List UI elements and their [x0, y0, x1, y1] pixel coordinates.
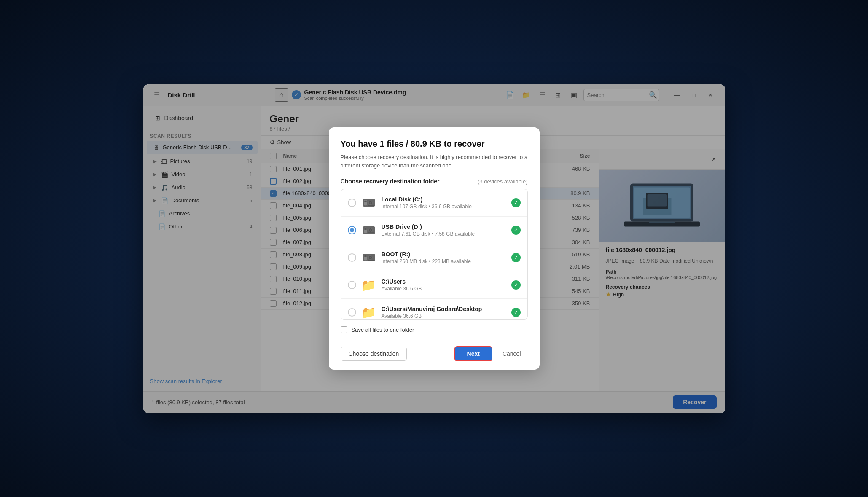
dest-name-usb-drive: USB Drive (D:): [382, 223, 506, 230]
dest-info-cdesktop: C:\Users\Manuviraj Godara\Desktop Availa…: [382, 306, 506, 319]
destination-list: Local Disk (C:) Internal 107 GB disk • 3…: [341, 189, 528, 320]
modal-title: You have 1 files / 80.9 KB to recover: [341, 139, 528, 149]
svg-rect-13: [368, 205, 374, 206]
next-button[interactable]: Next: [454, 346, 492, 361]
dest-detail-local-disk: Internal 107 GB disk • 36.6 GB available: [382, 204, 506, 210]
dest-name-cusers: C:\Users: [382, 278, 506, 285]
svg-point-18: [369, 229, 371, 231]
devices-available-label: (3 devices available): [478, 178, 528, 185]
modal-description: Please choose recovery destination. It i…: [341, 153, 528, 169]
svg-point-24: [369, 257, 371, 258]
folder-icon-cusers: 📁: [361, 277, 376, 293]
radio-local-disk[interactable]: [348, 199, 356, 207]
dest-info-cusers: C:\Users Available 36.6 GB: [382, 278, 506, 292]
svg-rect-10: [364, 201, 366, 202]
dest-ok-local-disk: ✓: [511, 198, 521, 207]
dest-name-boot-drive: BOOT (R:): [382, 251, 506, 258]
dest-ok-usb-drive: ✓: [511, 226, 521, 235]
save-all-label: Save all files to one folder: [352, 327, 414, 333]
dest-detail-cusers: Available 36.6 GB: [382, 286, 506, 292]
modal-action-buttons: Next Cancel: [454, 346, 528, 361]
drive-icon-boot-drive: [361, 250, 376, 265]
modal-body: You have 1 files / 80.9 KB to recover Pl…: [329, 127, 540, 340]
svg-point-12: [369, 202, 371, 204]
save-all-row: Save all files to one folder: [341, 320, 528, 340]
dest-info-local-disk: Local Disk (C:) Internal 107 GB disk • 3…: [382, 196, 506, 210]
destination-item-boot-drive[interactable]: BOOT (R:) Internal 260 MB disk • 223 MB …: [341, 244, 527, 271]
dest-ok-cusers: ✓: [511, 280, 521, 290]
app-window: ☰ Disk Drill ⌂ ✓ Generic Flash Disk USB …: [143, 84, 725, 413]
choose-folder-label: Choose recovery destination folder: [341, 178, 440, 185]
destination-item-cusers[interactable]: 📁 C:\Users Available 36.6 GB ✓: [341, 271, 527, 299]
dest-detail-cdesktop: Available 36.6 GB: [382, 313, 506, 319]
dest-name-local-disk: Local Disk (C:): [382, 196, 506, 203]
dest-name-cdesktop: C:\Users\Manuviraj Godara\Desktop: [382, 306, 506, 312]
dest-info-boot-drive: BOOT (R:) Internal 260 MB disk • 223 MB …: [382, 251, 506, 264]
save-all-checkbox[interactable]: [341, 326, 347, 333]
destination-item-usb-drive[interactable]: USB Drive (D:) External 7.61 GB disk • 7…: [341, 217, 527, 244]
dest-detail-usb-drive: External 7.61 GB disk • 7.58 GB availabl…: [382, 231, 506, 237]
modal-section-header: Choose recovery destination folder (3 de…: [341, 178, 528, 185]
modal-overlay: You have 1 files / 80.9 KB to recover Pl…: [143, 84, 725, 413]
radio-cdesktop[interactable]: [348, 308, 356, 317]
drive-icon-usb-drive: [361, 223, 376, 238]
svg-rect-19: [368, 232, 374, 233]
dest-info-usb-drive: USB Drive (D:) External 7.61 GB disk • 7…: [382, 223, 506, 237]
dest-detail-boot-drive: Internal 260 MB disk • 223 MB available: [382, 258, 506, 264]
radio-boot-drive[interactable]: [348, 253, 356, 262]
recovery-destination-modal: You have 1 files / 80.9 KB to recover Pl…: [329, 127, 540, 370]
svg-rect-22: [364, 255, 366, 257]
folder-icon-cdesktop: 📁: [361, 305, 376, 320]
drive-icon-local-disk: [361, 195, 376, 210]
modal-footer: Choose destination Next Cancel: [329, 340, 540, 370]
dest-ok-cdesktop: ✓: [511, 308, 521, 317]
radio-cusers[interactable]: [348, 281, 356, 289]
destination-item-local-disk[interactable]: Local Disk (C:) Internal 107 GB disk • 3…: [341, 189, 527, 217]
choose-destination-button[interactable]: Choose destination: [341, 347, 407, 361]
radio-usb-drive[interactable]: [348, 226, 356, 234]
svg-rect-16: [364, 228, 366, 230]
dest-ok-boot-drive: ✓: [511, 253, 521, 262]
destination-item-cdesktop[interactable]: 📁 C:\Users\Manuviraj Godara\Desktop Avai…: [341, 299, 527, 320]
svg-rect-25: [368, 260, 374, 261]
cancel-button[interactable]: Cancel: [496, 347, 528, 360]
